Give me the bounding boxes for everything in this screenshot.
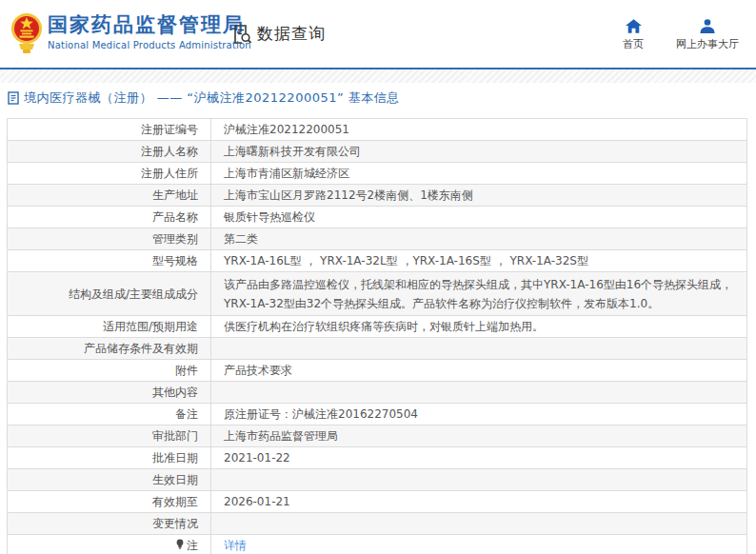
table-row: 管理类别第二类 — [8, 228, 747, 250]
field-value-text: 2026-01-21 — [224, 495, 290, 508]
background-texture — [0, 69, 756, 83]
field-value: 2021-01-22 — [211, 447, 747, 469]
field-value: 产品技术要求 — [211, 360, 747, 382]
registration-info-table: 注册证编号沪械注准20212200051注册人名称上海曙新科技开发有限公司注册人… — [7, 118, 747, 554]
field-value: 2026-01-21 — [211, 491, 747, 513]
field-label: 生效日期 — [8, 469, 211, 491]
field-label: 批准日期 — [8, 447, 211, 469]
field-label-text: 附件 — [175, 364, 198, 377]
field-label: 注 — [8, 535, 211, 554]
field-value-text: 2021-01-22 — [224, 451, 290, 465]
nav-home-label: 首页 — [623, 37, 644, 51]
field-label-text: 注册人名称 — [141, 145, 198, 158]
field-value: 沪械注准20212200051 — [211, 119, 747, 141]
field-label: 生产地址 — [8, 185, 211, 207]
field-label-text: 审批部门 — [152, 429, 198, 443]
field-label: 结构及组成/主要组成成分 — [8, 272, 211, 316]
field-value: YRX-1A-16L型 ， YRX-1A-32L型 ，YRX-1A-16S型 ，… — [211, 250, 747, 272]
table-row: 批准日期2021-01-22 — [8, 447, 747, 469]
field-label-text: 产品储存条件及有效期 — [84, 342, 198, 355]
table-row: 生产地址上海市宝山区月罗路2112号2楼南侧、1楼东南侧 — [8, 185, 747, 207]
field-label-text: 型号规格 — [152, 254, 198, 267]
field-value: 原注册证号：沪械注准20162270504 — [211, 404, 747, 425]
field-value-text: 产品技术要求 — [224, 364, 292, 377]
field-value — [211, 338, 747, 360]
field-label: 审批部门 — [8, 425, 211, 447]
field-label: 有效期至 — [8, 491, 211, 513]
field-value-text: 第二类 — [224, 232, 258, 246]
field-value — [211, 382, 747, 404]
field-value: 上海市宝山区月罗路2112号2楼南侧、1楼东南侧 — [211, 185, 747, 207]
table-row: 产品名称银质针导热巡检仪 — [8, 207, 747, 228]
data-query-section[interactable]: 数据查询 — [231, 23, 326, 45]
document-icon — [8, 91, 19, 105]
agency-name-en: National Medical Products Administration — [48, 40, 251, 50]
field-value-text: 上海市青浦区新城经济区 — [224, 167, 349, 180]
field-label-text: 注 — [187, 539, 198, 552]
national-emblem-logo — [10, 10, 43, 55]
data-query-label: 数据查询 — [257, 23, 326, 45]
agency-name: 国家药品监督管理局 — [48, 12, 251, 37]
field-value: 详情 — [211, 535, 747, 554]
agency-title-block: 国家药品监督管理局 National Medical Products Admi… — [48, 12, 251, 50]
field-value-text: 银质针导热巡检仪 — [224, 210, 315, 224]
table-row: 注详情 — [8, 535, 747, 554]
table-row: 变更情况 — [8, 513, 747, 535]
table-row: 备注原注册证号：沪械注准20162270504 — [8, 404, 747, 425]
lightbulb-icon — [175, 539, 185, 553]
field-label-text: 生效日期 — [152, 473, 198, 486]
field-label-text: 产品名称 — [152, 210, 198, 224]
field-value-text: 供医疗机构在治疗软组织疼痛等疾病时，对银质针上端加热用。 — [224, 320, 544, 333]
field-value: 第二类 — [211, 228, 747, 250]
table-row: 注册人住所上海市青浦区新城经济区 — [8, 163, 747, 185]
table-row: 有效期至2026-01-21 — [8, 491, 747, 513]
field-value-text: 上海市宝山区月罗路2112号2楼南侧、1楼东南侧 — [224, 188, 473, 202]
field-label-text: 结构及组成/主要组成成分 — [69, 287, 198, 301]
table-row: 产品储存条件及有效期 — [8, 338, 747, 360]
field-value-text: 该产品由多路温控巡检仪，托线架和相应的导热探头组成，其中YRX-1A-16型由1… — [224, 278, 732, 310]
site-header: 国家药品监督管理局 National Medical Products Admi… — [0, 0, 756, 68]
field-value-text: YRX-1A-16L型 ， YRX-1A-32L型 ，YRX-1A-16S型 ，… — [224, 254, 588, 267]
table-row: 审批部门上海市药品监督管理局 — [8, 425, 747, 447]
field-label-text: 有效期至 — [152, 495, 198, 508]
main-content: 境内医疗器械（注册） —— “沪械注准20212200051” 基本信息 注册证… — [0, 83, 756, 554]
field-label: 产品名称 — [8, 207, 211, 228]
page-title: 境内医疗器械（注册） —— “沪械注准20212200051” 基本信息 — [24, 89, 400, 107]
field-value: 该产品由多路温控巡检仪，托线架和相应的导热探头组成，其中YRX-1A-16型由1… — [211, 272, 747, 316]
nav-home[interactable]: 首页 — [623, 19, 644, 51]
field-value: 上海曙新科技开发有限公司 — [211, 141, 747, 163]
field-label: 产品储存条件及有效期 — [8, 338, 211, 360]
field-label-text: 注册证编号 — [141, 123, 198, 136]
field-value-text: 原注册证号：沪械注准20162270504 — [224, 407, 418, 421]
field-value: 上海市药品监督管理局 — [211, 425, 747, 447]
field-label-text: 注册人住所 — [141, 167, 198, 180]
table-row: 适用范围/预期用途供医疗机构在治疗软组织疼痛等疾病时，对银质针上端加热用。 — [8, 316, 747, 338]
field-value: 上海市青浦区新城经济区 — [211, 163, 747, 185]
field-label-text: 变更情况 — [152, 517, 198, 530]
field-label: 注册人住所 — [8, 163, 211, 185]
nav-service-hall-label: 网上办事大厅 — [676, 37, 739, 51]
nav-service-hall[interactable]: 网上办事大厅 — [676, 19, 739, 51]
user-icon — [700, 19, 715, 33]
field-label-text: 备注 — [175, 407, 198, 421]
field-label: 变更情况 — [8, 513, 211, 535]
field-value: 供医疗机构在治疗软组织疼痛等疾病时，对银质针上端加热用。 — [211, 316, 747, 338]
top-navigation: 首页 网上办事大厅 — [623, 19, 739, 51]
field-value-text: 上海市药品监督管理局 — [224, 429, 338, 443]
table-row: 注册证编号沪械注准20212200051 — [8, 119, 747, 141]
field-label: 备注 — [8, 404, 211, 425]
table-row: 其他内容 — [8, 382, 747, 404]
field-label: 管理类别 — [8, 228, 211, 250]
info-table-body: 注册证编号沪械注准20212200051注册人名称上海曙新科技开发有限公司注册人… — [8, 119, 747, 554]
field-value-text: 上海曙新科技开发有限公司 — [224, 145, 361, 158]
table-row: 结构及组成/主要组成成分该产品由多路温控巡检仪，托线架和相应的导热探头组成，其中… — [8, 272, 747, 316]
field-label: 注册人名称 — [8, 141, 211, 163]
field-value — [211, 513, 747, 535]
field-label-text: 生产地址 — [152, 188, 198, 202]
detail-link[interactable]: 详情 — [224, 539, 247, 552]
table-row: 附件产品技术要求 — [8, 360, 747, 382]
field-value: 银质针导热巡检仪 — [211, 207, 747, 228]
field-value-text: 沪械注准20212200051 — [224, 123, 349, 136]
field-label: 适用范围/预期用途 — [8, 316, 211, 338]
field-value — [211, 469, 747, 491]
